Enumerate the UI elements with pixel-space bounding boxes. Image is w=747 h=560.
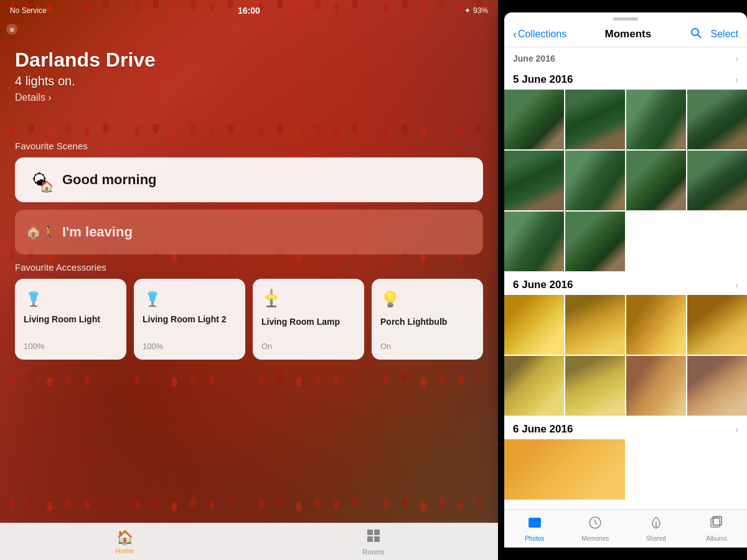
accessory-name-2: Living Room Light 2 (143, 314, 237, 339)
date-label-6-june-b: 6 June 2016 (513, 423, 573, 436)
rooms-tab-label: Rooms (363, 548, 385, 556)
status-bar: No Service 16:00 ✦ 93% (0, 0, 498, 17)
photo-thumb[interactable] (687, 356, 747, 416)
photo-thumb[interactable] (504, 151, 564, 210)
albums-icon (709, 515, 724, 534)
date-section-6-june-a: 6 June 2016 › (504, 273, 747, 417)
photo-thumb[interactable] (626, 356, 686, 416)
date-header-6-june-b[interactable]: 6 June 2016 › (504, 417, 747, 439)
svg-marker-5 (149, 294, 156, 301)
photo-thumb[interactable] (504, 295, 564, 355)
back-label: Collections (518, 29, 566, 40)
date-chevron-6-june-a: › (735, 280, 738, 290)
photo-grid-5-june-row2 (504, 151, 747, 212)
location-button[interactable]: ⊕ (6, 24, 17, 35)
good-morning-icon: 🌤 🏠 (27, 167, 52, 192)
photo-thumb-empty (687, 212, 747, 271)
photos-tab-memories[interactable]: Memories (565, 510, 626, 548)
scene-good-morning[interactable]: 🌤 🏠 Good morning (15, 157, 483, 202)
photo-thumb[interactable] (565, 151, 625, 210)
tab-rooms[interactable]: Rooms (249, 525, 498, 559)
photos-tab-bar: Photos Memories Shared (504, 509, 747, 548)
memories-icon (588, 515, 603, 534)
photo-thumb[interactable] (687, 295, 747, 355)
scene-im-leaving[interactable]: 🏠 🚶 I'm leaving (15, 210, 483, 254)
drag-handle (613, 17, 638, 21)
date-label-6-june-a: 6 June 2016 (513, 279, 573, 291)
photo-thumb[interactable] (565, 90, 625, 149)
date-section-partial: June 2016 › (504, 47, 747, 67)
rooms-tab-icon (366, 528, 381, 547)
photo-thumb[interactable] (504, 212, 564, 271)
photos-nav-bar: ‹ Collections Moments Select (504, 23, 747, 47)
svg-point-12 (268, 296, 275, 299)
svg-rect-16 (388, 306, 393, 307)
svg-rect-11 (266, 306, 276, 307)
accessories-grid: Living Room Light 100% Living Room Light… (15, 279, 483, 360)
photo-thumb[interactable] (626, 295, 686, 355)
photos-icon (527, 515, 542, 534)
photos-nav-title: Moments (566, 28, 689, 40)
favourite-accessories-heading: Favourite Accessories (15, 262, 483, 273)
svg-point-17 (387, 292, 393, 299)
photo-thumb[interactable] (565, 356, 625, 416)
home-details-link[interactable]: Details › (15, 92, 483, 103)
accessory-name-3: Living Room Lamp (261, 316, 355, 339)
svg-rect-6 (151, 301, 154, 306)
home-tab-label: Home (115, 547, 133, 554)
photo-grid-6-june-a-row2 (504, 356, 747, 417)
photo-thumb[interactable] (626, 90, 686, 149)
photos-tab-photos[interactable]: Photos (504, 510, 565, 548)
photos-nav-actions: Select (690, 27, 738, 42)
bluetooth-icon: ✦ (464, 6, 471, 15)
accessory-status-3: On (261, 342, 355, 351)
photo-thumb[interactable] (504, 356, 564, 416)
accessory-name-1: Living Room Light (24, 314, 118, 339)
svg-rect-28 (711, 518, 720, 527)
home-tab-bar: 🏠 Home Rooms (0, 523, 498, 560)
date-label-5-june: 5 June 2016 (513, 73, 573, 86)
photo-thumb[interactable] (687, 90, 747, 149)
svg-rect-15 (387, 304, 393, 306)
photo-thumb[interactable] (565, 212, 625, 271)
photos-scroll-area[interactable]: June 2016 › 5 June 2016 › (504, 47, 747, 509)
accessory-porch-lightbulb[interactable]: Porch Lightbulb On (372, 279, 483, 360)
photo-thumb[interactable] (504, 90, 564, 149)
date-section-header-partial[interactable]: June 2016 › (504, 47, 747, 67)
back-chevron-icon: ‹ (513, 28, 517, 41)
accessory-status-4: On (380, 342, 474, 351)
select-button[interactable]: Select (711, 29, 738, 40)
photo-thumb[interactable] (626, 151, 686, 210)
photo-thumb[interactable] (687, 151, 747, 210)
photos-tab-albums[interactable]: Albums (687, 510, 748, 548)
accessory-living-room-lamp[interactable]: Living Room Lamp On (253, 279, 364, 360)
date-section-6-june-b: 6 June 2016 › (504, 417, 747, 501)
photos-tab-label: Photos (525, 535, 544, 542)
home-content: Darlands Drive 4 lights on. Details › Fa… (0, 35, 498, 360)
home-app-panel: No Service 16:00 ✦ 93% ⊕ Darlands Drive … (0, 0, 498, 560)
photos-tab-shared[interactable]: Shared (626, 510, 687, 548)
date-chevron-partial: › (735, 54, 738, 63)
location-icon: ⊕ (9, 26, 14, 33)
photo-thumb[interactable] (565, 295, 625, 355)
accessory-living-room-light[interactable]: Living Room Light 100% (15, 279, 126, 360)
shared-icon (649, 515, 664, 534)
search-icon[interactable] (690, 27, 702, 42)
scroll-spacer (504, 501, 747, 509)
accessory-living-room-light-2[interactable]: Living Room Light 2 100% (134, 279, 245, 360)
svg-rect-29 (713, 516, 721, 525)
date-header-5-june[interactable]: 5 June 2016 › (504, 67, 747, 90)
home-lights-status: 4 lights on. (15, 74, 483, 88)
photo-thumb-portrait[interactable] (504, 439, 625, 500)
date-section-5-june: 5 June 2016 › (504, 67, 747, 273)
im-leaving-label: I'm leaving (62, 224, 133, 240)
lamp-icon-2 (143, 289, 237, 309)
status-time: 16:00 (238, 6, 260, 16)
favourite-scenes-heading: Favourite Scenes (15, 141, 483, 151)
date-header-6-june-a[interactable]: 6 June 2016 › (504, 273, 747, 295)
back-to-collections[interactable]: ‹ Collections (513, 28, 566, 41)
tab-home[interactable]: 🏠 Home (0, 526, 249, 558)
lamp-icon-4 (380, 289, 474, 311)
status-signal: No Service (10, 6, 47, 15)
svg-rect-18 (367, 530, 373, 535)
